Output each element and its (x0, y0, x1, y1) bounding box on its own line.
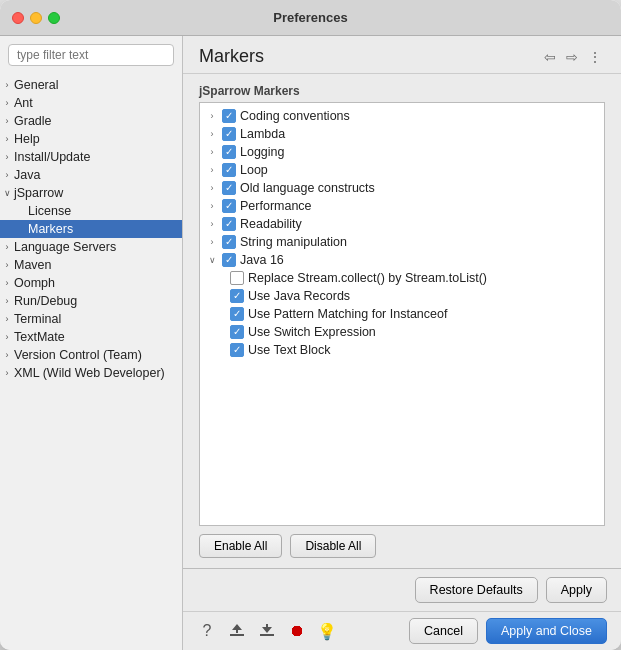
sidebar-item-terminal[interactable]: › Terminal (0, 310, 182, 328)
sidebar-item-label: Java (14, 168, 40, 182)
marker-label: String manipulation (240, 235, 347, 249)
marker-checkbox[interactable] (222, 145, 236, 159)
chevron-icon: › (206, 183, 218, 193)
marker-loop[interactable]: › Loop (200, 161, 604, 179)
sidebar-item-label: License (28, 204, 71, 218)
minimize-button[interactable] (30, 12, 42, 24)
apply-button[interactable]: Apply (546, 577, 607, 603)
svg-marker-1 (232, 624, 242, 633)
sidebar-item-language-servers[interactable]: › Language Servers (0, 238, 182, 256)
chevron-icon: › (0, 80, 14, 90)
marker-checkbox[interactable] (230, 343, 244, 357)
restore-defaults-button[interactable]: Restore Defaults (415, 577, 538, 603)
right-panel: Markers ⇦ ⇨ ⋮ jSparrow Markers › Coding … (183, 36, 621, 650)
sidebar-item-label: XML (Wild Web Developer) (14, 366, 165, 380)
import-icon[interactable] (257, 621, 277, 641)
sidebar-item-ant[interactable]: › Ant (0, 94, 182, 112)
marker-replace-stream[interactable]: Replace Stream.collect() by Stream.toLis… (200, 269, 604, 287)
marker-use-text-block[interactable]: Use Text Block (200, 341, 604, 359)
marker-use-switch-expression[interactable]: Use Switch Expression (200, 323, 604, 341)
enable-all-button[interactable]: Enable All (199, 534, 282, 558)
footer-right-buttons: Cancel Apply and Close (409, 618, 607, 644)
marker-label: Loop (240, 163, 268, 177)
marker-java16[interactable]: ∨ Java 16 (200, 251, 604, 269)
marker-checkbox[interactable] (222, 217, 236, 231)
sidebar-item-help[interactable]: › Help (0, 130, 182, 148)
marker-checkbox-unchecked[interactable] (230, 271, 244, 285)
chevron-icon: › (0, 260, 14, 270)
svg-rect-0 (230, 634, 244, 636)
record-icon[interactable]: ⏺ (287, 621, 307, 641)
sidebar-item-textmate[interactable]: › TextMate (0, 328, 182, 346)
marker-checkbox[interactable] (222, 127, 236, 141)
maximize-button[interactable] (48, 12, 60, 24)
chevron-icon: › (0, 134, 14, 144)
marker-logging[interactable]: › Logging (200, 143, 604, 161)
sidebar-item-label: jSparrow (14, 186, 63, 200)
markers-group-label: jSparrow Markers (199, 84, 605, 98)
marker-performance[interactable]: › Performance (200, 197, 604, 215)
marker-string-manipulation[interactable]: › String manipulation (200, 233, 604, 251)
chevron-icon: › (0, 332, 14, 342)
sidebar-item-run-debug[interactable]: › Run/Debug (0, 292, 182, 310)
svg-rect-2 (260, 634, 274, 636)
marker-lambda[interactable]: › Lambda (200, 125, 604, 143)
chevron-icon: › (206, 237, 218, 247)
sidebar-item-install-update[interactable]: › Install/Update (0, 148, 182, 166)
chevron-icon: › (0, 350, 14, 360)
marker-checkbox[interactable] (222, 163, 236, 177)
marker-readability[interactable]: › Readability (200, 215, 604, 233)
apply-close-button[interactable]: Apply and Close (486, 618, 607, 644)
toolbar-back-button[interactable]: ⇦ (541, 47, 559, 67)
chevron-icon: › (0, 152, 14, 162)
toolbar-menu-button[interactable]: ⋮ (585, 47, 605, 67)
marker-checkbox[interactable] (222, 199, 236, 213)
marker-checkbox[interactable] (222, 235, 236, 249)
sidebar-item-label: Run/Debug (14, 294, 77, 308)
marker-use-java-records[interactable]: Use Java Records (200, 287, 604, 305)
panel-title: Markers (199, 46, 264, 67)
chevron-icon: › (0, 242, 14, 252)
bulb-icon[interactable]: 💡 (317, 621, 337, 641)
sidebar-item-gradle[interactable]: › Gradle (0, 112, 182, 130)
sidebar-item-jsparrow[interactable]: ∨ jSparrow (0, 184, 182, 202)
marker-checkbox[interactable] (230, 289, 244, 303)
marker-checkbox[interactable] (222, 253, 236, 267)
marker-use-pattern-matching[interactable]: Use Pattern Matching for Instanceof (200, 305, 604, 323)
sidebar-tree: › General › Ant › Gradle › Help (0, 74, 182, 650)
disable-all-button[interactable]: Disable All (290, 534, 376, 558)
marker-checkbox[interactable] (222, 181, 236, 195)
marker-checkbox[interactable] (222, 109, 236, 123)
sidebar-item-maven[interactable]: › Maven (0, 256, 182, 274)
sidebar-item-general[interactable]: › General (0, 76, 182, 94)
sidebar-item-oomph[interactable]: › Oomph (0, 274, 182, 292)
marker-label: Performance (240, 199, 312, 213)
marker-label: Lambda (240, 127, 285, 141)
help-icon[interactable]: ? (197, 621, 217, 641)
sidebar-item-java[interactable]: › Java (0, 166, 182, 184)
sidebar-item-label: TextMate (14, 330, 65, 344)
marker-checkbox[interactable] (230, 307, 244, 321)
marker-label: Use Java Records (248, 289, 350, 303)
close-button[interactable] (12, 12, 24, 24)
marker-old-language[interactable]: › Old language constructs (200, 179, 604, 197)
marker-label: Old language constructs (240, 181, 375, 195)
marker-coding-conventions[interactable]: › Coding conventions (200, 107, 604, 125)
marker-checkbox[interactable] (230, 325, 244, 339)
chevron-icon: › (0, 368, 14, 378)
marker-label: Use Pattern Matching for Instanceof (248, 307, 447, 321)
sidebar-item-markers[interactable]: Markers (0, 220, 182, 238)
sidebar-item-label: Language Servers (14, 240, 116, 254)
export-icon[interactable] (227, 621, 247, 641)
panel-header: Markers ⇦ ⇨ ⋮ (183, 36, 621, 74)
chevron-icon: › (206, 147, 218, 157)
sidebar-item-license[interactable]: License (0, 202, 182, 220)
traffic-lights (12, 12, 60, 24)
toolbar-forward-button[interactable]: ⇨ (563, 47, 581, 67)
search-input[interactable] (8, 44, 174, 66)
cancel-button[interactable]: Cancel (409, 618, 478, 644)
chevron-icon: › (0, 296, 14, 306)
sidebar-item-version-control[interactable]: › Version Control (Team) (0, 346, 182, 364)
marker-label: Replace Stream.collect() by Stream.toLis… (248, 271, 487, 285)
sidebar-item-xml[interactable]: › XML (Wild Web Developer) (0, 364, 182, 382)
